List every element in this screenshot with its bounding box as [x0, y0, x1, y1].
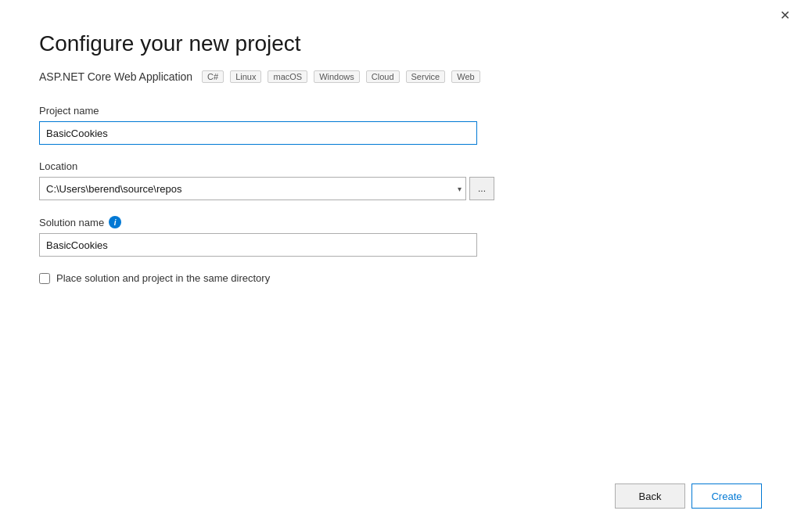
same-directory-label[interactable]: Place solution and project in the same d…: [56, 272, 270, 284]
tag-csharp: C#: [202, 70, 224, 83]
tag-macos: macOS: [268, 70, 307, 83]
same-directory-checkbox[interactable]: [39, 273, 50, 284]
create-button[interactable]: Create: [691, 483, 762, 509]
project-name-input[interactable]: [39, 121, 477, 145]
location-select[interactable]: C:\Users\berend\source\repos: [39, 177, 466, 200]
project-type-label: ASP.NET Core Web Application: [39, 70, 192, 83]
tag-windows: Windows: [314, 70, 360, 83]
tag-service: Service: [406, 70, 446, 83]
project-name-label: Project name: [39, 105, 762, 117]
same-directory-row: Place solution and project in the same d…: [39, 272, 762, 284]
location-row: C:\Users\berend\source\repos ▾ ...: [39, 177, 762, 200]
location-select-wrapper: C:\Users\berend\source\repos ▾: [39, 177, 466, 200]
footer-buttons: Back Create: [615, 483, 762, 509]
subtitle-row: ASP.NET Core Web Application C# Linux ma…: [39, 70, 762, 83]
tag-web: Web: [451, 70, 480, 83]
tag-linux: Linux: [230, 70, 261, 83]
project-name-group: Project name: [39, 105, 762, 145]
location-group: Location C:\Users\berend\source\repos ▾ …: [39, 160, 762, 200]
solution-name-input[interactable]: [39, 233, 477, 257]
configure-project-dialog: ✕ Configure your new project ASP.NET Cor…: [0, 0, 801, 532]
dialog-title: Configure your new project: [39, 31, 762, 56]
info-icon: i: [109, 216, 121, 228]
close-button[interactable]: ✕: [780, 9, 790, 22]
browse-button[interactable]: ...: [469, 177, 494, 200]
solution-name-label: Solution name i: [39, 216, 762, 228]
solution-name-group: Solution name i: [39, 216, 762, 257]
location-label: Location: [39, 160, 762, 172]
tag-cloud: Cloud: [366, 70, 400, 83]
back-button[interactable]: Back: [615, 483, 685, 509]
